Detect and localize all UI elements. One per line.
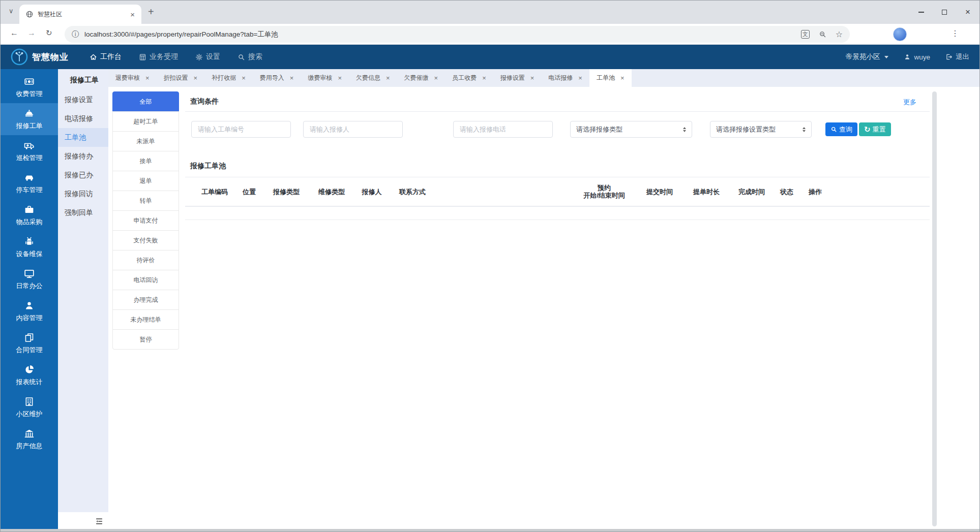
page-tab-label: 缴费审核 xyxy=(308,74,332,82)
page-tab-close-icon[interactable]: × xyxy=(386,74,390,82)
reload-icon[interactable]: ↻ xyxy=(46,28,52,38)
address-bar[interactable]: ⓘ localhost:3000/#/pages/property/repair… xyxy=(65,26,850,43)
page-tab[interactable]: 补打收据× xyxy=(204,69,253,87)
page-tab-close-icon[interactable]: × xyxy=(290,74,294,82)
page-tab-label: 电话报修 xyxy=(548,74,573,82)
search-button[interactable]: 查询 xyxy=(825,122,857,136)
page-tab-close-icon[interactable]: × xyxy=(620,74,625,82)
status-filter-item[interactable]: 转单 xyxy=(112,191,179,211)
page-tab-close-icon[interactable]: × xyxy=(578,74,582,82)
page-tab-close-icon[interactable]: × xyxy=(242,74,246,82)
page-tab-close-icon[interactable]: × xyxy=(145,74,150,82)
page-tab[interactable]: 退费审核× xyxy=(108,69,157,87)
app-brand[interactable]: 智慧物业 xyxy=(11,48,69,66)
submenu-item[interactable]: 电话报修 xyxy=(58,109,108,128)
sidebar-item[interactable]: 报表统计 xyxy=(1,359,58,391)
page-tab[interactable]: 欠费催缴× xyxy=(397,69,446,87)
browser-menu-icon[interactable]: ⋮ xyxy=(951,28,959,38)
submenu-item[interactable]: 强制回单 xyxy=(58,203,108,222)
order-no-input[interactable] xyxy=(191,121,291,138)
sidebar-item[interactable]: 物品采购 xyxy=(1,199,58,231)
status-filter-item[interactable]: 待评价 xyxy=(112,250,179,270)
sidebar-item[interactable]: 报修工单 xyxy=(1,103,58,135)
page-tab[interactable]: 工单池× xyxy=(589,69,632,87)
zoom-out-icon[interactable] xyxy=(819,30,826,38)
status-filter-item[interactable]: 接单 xyxy=(112,151,179,171)
tab-search-chevron-icon[interactable]: ∨ xyxy=(9,7,14,15)
maximize-button[interactable] xyxy=(933,1,956,24)
nav-menu-settings[interactable]: 设置 xyxy=(187,45,229,69)
submenu-item[interactable]: 报修待办 xyxy=(58,147,108,166)
page-tab-close-icon[interactable]: × xyxy=(194,74,198,82)
sidebar-item[interactable]: 小区维护 xyxy=(1,391,58,423)
status-filter-item[interactable]: 未办理结单 xyxy=(112,309,179,330)
more-link[interactable]: 更多 xyxy=(903,98,916,107)
close-window-button[interactable]: × xyxy=(956,1,979,24)
pie-chart-icon xyxy=(24,364,35,375)
status-filter-item[interactable]: 超时工单 xyxy=(112,111,179,132)
status-filter-item[interactable]: 办理完成 xyxy=(112,290,179,310)
status-filter-item[interactable]: 未派单 xyxy=(112,131,179,151)
community-selector[interactable]: 帝景苑小区 xyxy=(846,52,889,61)
logout-icon xyxy=(945,53,953,60)
page-tab-close-icon[interactable]: × xyxy=(482,74,486,82)
page-tab-close-icon[interactable]: × xyxy=(530,74,534,82)
status-filter-item[interactable]: 暂停 xyxy=(112,329,179,350)
nav-menu-workbench[interactable]: 工作台 xyxy=(81,45,130,69)
status-filter-item[interactable]: 支付失败 xyxy=(112,230,179,251)
browser-tab[interactable]: 智慧社区 × xyxy=(19,5,141,24)
status-filter-item[interactable]: 申请支付 xyxy=(112,210,179,231)
page-tab[interactable]: 员工收费× xyxy=(445,69,493,87)
sidebar-item[interactable]: 合同管理 xyxy=(1,327,58,359)
nav-menu-search[interactable]: 搜索 xyxy=(229,45,271,69)
sidebar-item[interactable]: 收费管理 xyxy=(1,71,58,103)
user-menu[interactable]: wuye xyxy=(904,53,930,61)
submenu-item[interactable]: 报修已办 xyxy=(58,166,108,184)
collapse-sidebar-icon[interactable] xyxy=(95,517,103,525)
bookmark-star-icon[interactable]: ☆ xyxy=(836,29,843,39)
new-tab-button[interactable]: + xyxy=(148,6,154,18)
content-scrollbar[interactable] xyxy=(932,91,937,526)
translate-icon[interactable]: 文 xyxy=(801,30,810,39)
page-tab[interactable]: 欠费信息× xyxy=(349,69,397,87)
sidebar-item[interactable]: 房产信息 xyxy=(1,423,58,455)
url-text[interactable]: localhost:3000/#/pages/property/repairPo… xyxy=(84,30,792,39)
page-info-icon[interactable]: ⓘ xyxy=(72,30,79,39)
minimize-button[interactable] xyxy=(909,1,933,24)
reset-button[interactable]: ↻ 重置 xyxy=(859,122,891,136)
submenu-item[interactable]: 报修设置 xyxy=(58,90,108,109)
repair-type-select[interactable]: 请选择报修类型 xyxy=(570,121,692,138)
browser-toolbar: ← → ↻ ⓘ localhost:3000/#/pages/property/… xyxy=(1,24,979,45)
profile-avatar[interactable] xyxy=(893,27,907,41)
page-tab[interactable]: 缴费审核× xyxy=(301,69,349,87)
submenu-item[interactable]: 工单池 xyxy=(58,128,108,147)
status-filter-item[interactable]: 退单 xyxy=(112,171,179,191)
repair-setting-type-select[interactable]: 请选择报修设置类型 xyxy=(710,121,812,138)
page-tab-close-icon[interactable]: × xyxy=(338,74,342,82)
status-filter-item[interactable]: 全部 xyxy=(112,91,179,112)
sidebar-item[interactable]: 内容管理 xyxy=(1,295,58,327)
sidebar-item[interactable]: 巡检管理 xyxy=(1,135,58,167)
forward-icon[interactable]: → xyxy=(27,28,36,38)
nav-menu-business[interactable]: 业务受理 xyxy=(130,45,187,69)
sidebar-item[interactable]: 停车管理 xyxy=(1,167,58,199)
sidebar-item[interactable]: 设备维保 xyxy=(1,231,58,263)
status-filter-item[interactable]: 电话回访 xyxy=(112,270,179,290)
table-column-header: 预约 开始/结束时间 xyxy=(583,184,625,199)
page-tab[interactable]: 报修设置× xyxy=(493,69,542,87)
page-tab[interactable]: 费用导入× xyxy=(253,69,301,87)
page-tab[interactable]: 折扣设置× xyxy=(157,69,205,87)
repair-bell-icon xyxy=(24,108,35,119)
phone-input[interactable] xyxy=(453,121,553,138)
page-tab-close-icon[interactable]: × xyxy=(434,74,438,82)
patrol-truck-icon xyxy=(24,140,35,151)
submenu-item[interactable]: 报修回访 xyxy=(58,184,108,203)
page-tab-label: 工单池 xyxy=(597,74,615,82)
reporter-input[interactable] xyxy=(303,121,403,138)
back-icon[interactable]: ← xyxy=(10,28,18,38)
logout-button[interactable]: 退出 xyxy=(945,52,969,61)
tab-close-icon[interactable]: × xyxy=(129,10,136,19)
sidebar-item-label: 收费管理 xyxy=(16,89,43,99)
sidebar-item[interactable]: 日常办公 xyxy=(1,263,58,295)
page-tab[interactable]: 电话报修× xyxy=(541,69,589,87)
